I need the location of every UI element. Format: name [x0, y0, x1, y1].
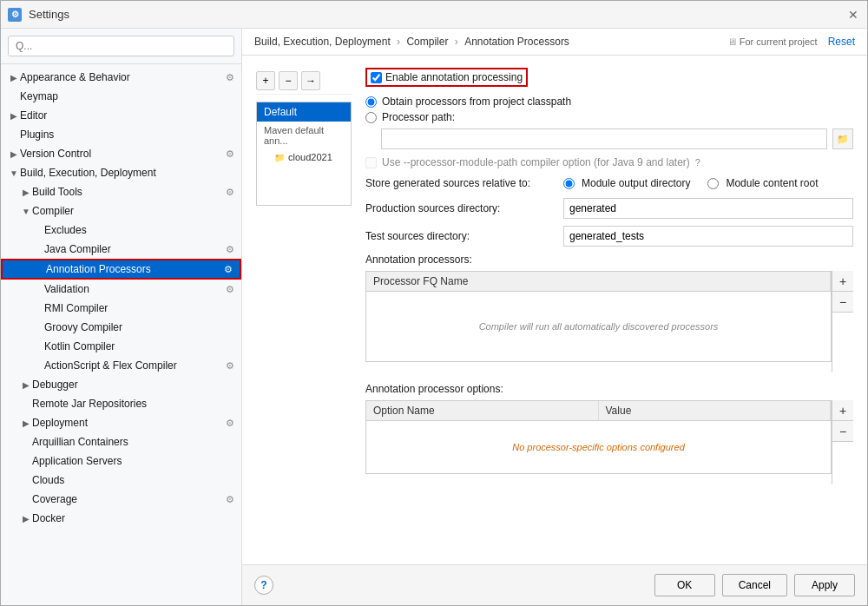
sidebar-label-deployment: Deployment — [32, 417, 222, 429]
sidebar-label-build: Build, Execution, Deployment — [20, 167, 234, 179]
sidebar-label-java-compiler: Java Compiler — [44, 243, 222, 255]
apply-button[interactable]: Apply — [794, 574, 855, 596]
module-content-label: Module content root — [726, 177, 818, 189]
sidebar-label-excludes: Excludes — [44, 224, 234, 236]
obtain-processors-radio[interactable] — [365, 96, 377, 108]
search-input[interactable] — [8, 36, 234, 56]
remove-processor-button[interactable]: − — [832, 292, 853, 313]
help-tooltip-icon: ? — [695, 157, 700, 168]
processor-module-checkbox[interactable] — [365, 157, 377, 168]
arrow-build — [8, 167, 20, 179]
option-value-header: Value — [599, 401, 832, 420]
sidebar-item-editor[interactable]: Editor — [1, 106, 241, 125]
sidebar-item-build-tools[interactable]: Build Tools ⚙ — [1, 182, 241, 201]
arrow-compiler — [20, 205, 32, 217]
sidebar-item-version-control[interactable]: Version Control ⚙ — [1, 144, 241, 163]
options-table-container: Option Name Value No processor-specific … — [365, 400, 853, 484]
remove-option-button[interactable]: − — [832, 421, 853, 442]
profile-toolbar: + − → — [256, 68, 352, 95]
settings-icon-vc: ⚙ — [226, 148, 234, 160]
processor-path-input-row: 📁 — [381, 128, 853, 149]
sidebar-label-coverage: Coverage — [32, 493, 222, 505]
sidebar: Appearance & Behavior ⚙ Keymap Editor Pl… — [1, 29, 242, 605]
sidebar-item-debugger[interactable]: Debugger — [1, 375, 241, 394]
sidebar-item-arquillian[interactable]: Arquillian Containers — [1, 432, 241, 451]
profile-maven[interactable]: Maven default ann... — [257, 122, 351, 149]
sidebar-item-annotation-processors[interactable]: Annotation Processors ⚙ — [1, 259, 241, 280]
profile-cloud[interactable]: 📁 cloud2021 — [257, 149, 351, 165]
sidebar-item-appearance[interactable]: Appearance & Behavior ⚙ — [1, 68, 241, 87]
sidebar-item-plugins[interactable]: Plugins — [1, 125, 241, 144]
ok-button[interactable]: OK — [654, 574, 715, 596]
settings-icon-coverage: ⚙ — [226, 494, 234, 505]
test-sources-input[interactable] — [563, 226, 853, 247]
right-panel: Build, Execution, Deployment › Compiler … — [242, 29, 867, 605]
breadcrumb-part2: Compiler — [406, 36, 448, 48]
window-title: Settings — [29, 8, 69, 21]
store-generated-label: Store generated sources relative to: — [365, 177, 556, 189]
sidebar-label-groovy: Groovy Compiler — [44, 321, 234, 333]
sidebar-item-deployment[interactable]: Deployment ⚙ — [1, 413, 241, 432]
sidebar-label-annotation: Annotation Processors — [46, 263, 220, 275]
module-content-radio[interactable] — [707, 178, 719, 189]
sidebar-item-remote-jar[interactable]: Remote Jar Repositories — [1, 394, 241, 413]
content-layout: + − → Default Maven default ann... 📁 clo… — [256, 68, 853, 484]
processor-fq-header: Processor FQ Name — [366, 272, 831, 291]
cancel-button[interactable]: Cancel — [722, 574, 787, 596]
arrow-vc — [8, 148, 20, 160]
sidebar-item-app-servers[interactable]: Application Servers — [1, 451, 241, 471]
add-option-button[interactable]: + — [832, 400, 853, 421]
sidebar-item-java-compiler[interactable]: Java Compiler ⚙ — [1, 240, 241, 259]
obtain-processors-label: Obtain processors from project classpath — [382, 96, 571, 108]
add-processor-button[interactable]: + — [832, 271, 853, 292]
folder-icon: 📁 — [274, 153, 285, 162]
breadcrumb-sep2: › — [455, 36, 461, 48]
sidebar-item-compiler[interactable]: Compiler — [1, 201, 241, 221]
sidebar-item-kotlin[interactable]: Kotlin Compiler — [1, 337, 241, 356]
processor-path-browse-button[interactable]: 📁 — [832, 128, 853, 149]
test-sources-label: Test sources directory: — [365, 230, 556, 242]
sidebar-item-coverage[interactable]: Coverage ⚙ — [1, 490, 241, 509]
sidebar-item-keymap[interactable]: Keymap — [1, 87, 241, 106]
annotation-processors-table: Processor FQ Name Compiler will run all … — [365, 271, 832, 362]
sidebar-item-groovy[interactable]: Groovy Compiler — [1, 318, 241, 337]
help-button[interactable]: ? — [254, 576, 273, 595]
processor-path-input[interactable] — [381, 128, 827, 149]
arrow-build-tools — [20, 186, 32, 198]
settings-icon-annotation: ⚙ — [224, 264, 233, 275]
remove-profile-button[interactable]: − — [279, 71, 298, 90]
sidebar-item-docker[interactable]: Docker — [1, 509, 241, 528]
test-sources-row: Test sources directory: — [365, 226, 853, 247]
sidebar-item-excludes[interactable]: Excludes — [1, 221, 241, 240]
profile-default[interactable]: Default — [257, 102, 351, 122]
reset-link[interactable]: Reset — [828, 36, 855, 48]
options-table-side-buttons: + − — [832, 400, 853, 484]
sidebar-item-validation[interactable]: Validation ⚙ — [1, 280, 241, 299]
enable-annotation-checkbox[interactable] — [371, 72, 382, 83]
profile-cloud-label: cloud2021 — [288, 152, 332, 162]
processor-path-radio[interactable] — [365, 112, 377, 123]
panel-content: + − → Default Maven default ann... 📁 clo… — [242, 56, 867, 564]
annotation-table-side-buttons: + − — [832, 271, 853, 372]
options-section-label: Annotation processor options: — [365, 383, 853, 395]
breadcrumb-sep1: › — [397, 36, 403, 48]
obtain-processors-row: Obtain processors from project classpath — [365, 96, 853, 108]
bottom-bar: ? OK Cancel Apply — [242, 564, 867, 605]
sidebar-label-clouds: Clouds — [32, 474, 234, 486]
sidebar-label-kotlin: Kotlin Compiler — [44, 340, 234, 352]
sidebar-item-actionscript[interactable]: ActionScript & Flex Compiler ⚙ — [1, 356, 241, 375]
breadcrumb-right: 🖥 For current project Reset — [727, 36, 855, 48]
arrow-debugger — [20, 379, 32, 391]
profile-column: + − → Default Maven default ann... 📁 clo… — [256, 68, 352, 484]
sidebar-item-clouds[interactable]: Clouds — [1, 471, 241, 490]
sidebar-label-validation: Validation — [44, 283, 222, 295]
production-sources-input[interactable] — [563, 198, 853, 219]
move-profile-button[interactable]: → — [301, 71, 320, 90]
annotation-processors-section-label: Annotation processors: — [365, 254, 853, 266]
sidebar-item-rmi[interactable]: RMI Compiler — [1, 299, 241, 318]
close-button[interactable]: ✕ — [846, 8, 860, 22]
sidebar-item-build[interactable]: Build, Execution, Deployment — [1, 163, 241, 182]
breadcrumb-path: Build, Execution, Deployment › Compiler … — [254, 36, 569, 48]
add-profile-button[interactable]: + — [256, 71, 275, 90]
module-output-radio[interactable] — [563, 178, 575, 189]
